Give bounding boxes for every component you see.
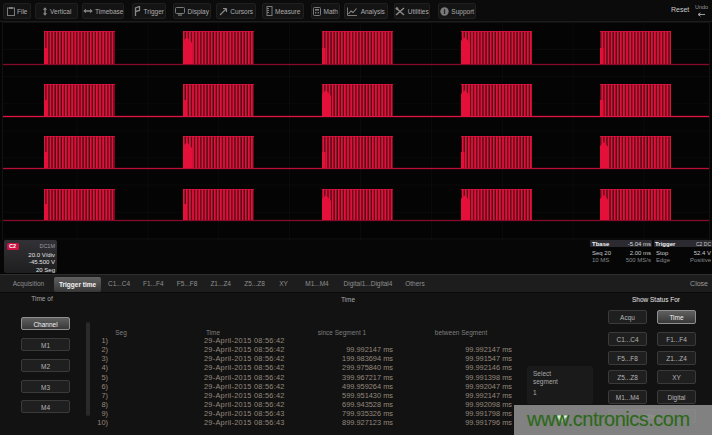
svg-text:i: i xyxy=(443,8,445,15)
